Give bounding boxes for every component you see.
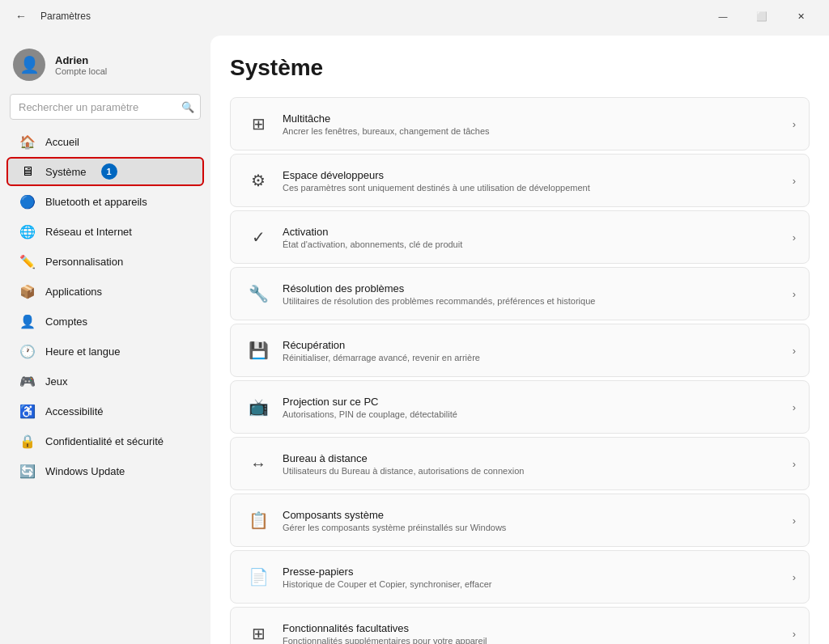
sidebar-item-label-reseau: Réseau et Internet bbox=[45, 226, 132, 238]
projection-icon: 📺 bbox=[244, 392, 273, 422]
projection-chevron-icon: › bbox=[793, 401, 796, 413]
sidebar-item-label-windows-update: Windows Update bbox=[45, 465, 125, 477]
setting-item-espace-developpeurs[interactable]: ⚙Espace développeursCes paramètres sont … bbox=[230, 154, 810, 207]
content-area: Système ⊞MultitâcheAncrer les fenêtres, … bbox=[210, 36, 829, 644]
recuperation-desc: Réinitialiser, démarrage avancé, revenir… bbox=[283, 353, 786, 362]
espace-developpeurs-chevron-icon: › bbox=[793, 175, 796, 187]
heure-icon: 🕐 bbox=[19, 343, 36, 359]
setting-item-projection[interactable]: 📺Projection sur ce PCAutorisations, PIN … bbox=[230, 380, 810, 434]
sidebar-item-jeux[interactable]: 🎮Jeux bbox=[6, 366, 204, 396]
sidebar-item-label-systeme: Système bbox=[45, 166, 87, 178]
setting-item-activation[interactable]: ✓ActivationÉtat d'activation, abonnement… bbox=[230, 210, 810, 264]
composants-desc: Gérer les composants système préinstallé… bbox=[283, 523, 786, 532]
sidebar-item-bluetooth[interactable]: 🔵Bluetooth et appareils bbox=[6, 187, 204, 216]
search-icon: 🔍 bbox=[181, 101, 194, 113]
sidebar-badge-systeme: 1 bbox=[101, 163, 117, 180]
bureau-distance-icon: ↔ bbox=[244, 449, 273, 478]
sidebar-item-label-personnalisation: Personnalisation bbox=[45, 256, 123, 268]
sidebar-item-reseau[interactable]: 🌐Réseau et Internet bbox=[6, 217, 204, 246]
setting-item-bureau-distance[interactable]: ↔Bureau à distanceUtilisateurs du Bureau… bbox=[230, 437, 810, 490]
systeme-icon: 🖥 bbox=[19, 163, 36, 180]
minimize-button[interactable]: — bbox=[704, 3, 742, 29]
presse-papiers-text: Presse-papiersHistorique de Couper et Co… bbox=[283, 566, 786, 589]
sidebar-item-label-confidentialite: Confidentialité et sécurité bbox=[45, 435, 164, 447]
maximize-button[interactable]: ⬜ bbox=[743, 3, 780, 29]
setting-item-resolution-problemes[interactable]: 🔧Résolution des problèmesUtilitaires de … bbox=[230, 267, 810, 320]
espace-developpeurs-desc: Ces paramètres sont uniquement destinés … bbox=[283, 183, 786, 193]
fonctionnalites-icon: ⊞ bbox=[244, 619, 273, 644]
user-info: Adrien Compte local bbox=[55, 54, 107, 76]
titlebar-title: Paramètres bbox=[40, 11, 91, 22]
search-input[interactable] bbox=[10, 94, 201, 120]
sidebar-item-label-jeux: Jeux bbox=[45, 375, 67, 388]
bluetooth-icon: 🔵 bbox=[19, 193, 36, 210]
page-title: Système bbox=[230, 55, 810, 81]
bureau-distance-title: Bureau à distance bbox=[283, 452, 786, 464]
settings-list: ⊞MultitâcheAncrer les fenêtres, bureaux,… bbox=[230, 97, 810, 644]
sidebar-item-confidentialite[interactable]: 🔒Confidentialité et sécurité bbox=[6, 426, 204, 455]
fonctionnalites-text: Fonctionnalités facultativesFonctionnali… bbox=[283, 622, 786, 645]
sidebar-item-comptes[interactable]: 👤Comptes bbox=[6, 307, 204, 336]
sidebar-item-applications[interactable]: 📦Applications bbox=[6, 277, 204, 306]
multitache-title: Multitâche bbox=[283, 112, 786, 125]
setting-item-multitache[interactable]: ⊞MultitâcheAncrer les fenêtres, bureaux,… bbox=[230, 97, 810, 150]
espace-developpeurs-title: Espace développeurs bbox=[283, 169, 786, 181]
multitache-desc: Ancrer les fenêtres, bureaux, changement… bbox=[283, 126, 786, 136]
sidebar-item-label-accueil: Accueil bbox=[45, 136, 79, 148]
multitache-icon: ⊞ bbox=[244, 109, 273, 138]
setting-item-composants[interactable]: 📋Composants systèmeGérer les composants … bbox=[230, 494, 810, 547]
applications-icon: 📦 bbox=[19, 283, 36, 299]
bureau-distance-text: Bureau à distanceUtilisateurs du Bureau … bbox=[283, 452, 786, 476]
activation-icon: ✓ bbox=[244, 222, 273, 252]
sidebar-item-label-comptes: Comptes bbox=[45, 316, 87, 328]
back-button[interactable]: ← bbox=[10, 5, 32, 28]
bureau-distance-chevron-icon: › bbox=[793, 458, 796, 470]
sidebar-item-label-accessibilite: Accessibilité bbox=[45, 405, 104, 417]
sidebar-item-personnalisation[interactable]: ✏️Personnalisation bbox=[6, 247, 204, 276]
sidebar-item-accueil[interactable]: 🏠Accueil bbox=[6, 127, 204, 156]
bureau-distance-desc: Utilisateurs du Bureau à distance, autor… bbox=[283, 466, 786, 476]
personnalisation-icon: ✏️ bbox=[19, 253, 36, 269]
espace-developpeurs-text: Espace développeursCes paramètres sont u… bbox=[283, 169, 786, 193]
accessibilite-icon: ♿ bbox=[19, 403, 36, 419]
resolution-problemes-text: Résolution des problèmesUtilitaires de r… bbox=[283, 282, 786, 306]
projection-text: Projection sur ce PCAutorisations, PIN d… bbox=[283, 396, 786, 419]
user-profile[interactable]: 👤 Adrien Compte local bbox=[0, 39, 210, 94]
sidebar-item-heure[interactable]: 🕐Heure et langue bbox=[6, 337, 204, 366]
recuperation-text: RécupérationRéinitialiser, démarrage ava… bbox=[283, 339, 786, 362]
setting-item-recuperation[interactable]: 💾RécupérationRéinitialiser, démarrage av… bbox=[230, 324, 810, 377]
sidebar-item-systeme[interactable]: 🖥Système1 bbox=[6, 157, 204, 186]
activation-title: Activation bbox=[283, 226, 786, 238]
activation-desc: État d'activation, abonnements, clé de p… bbox=[283, 239, 786, 249]
sidebar-item-label-applications: Applications bbox=[45, 286, 102, 298]
resolution-problemes-icon: 🔧 bbox=[244, 279, 273, 308]
sidebar: 👤 Adrien Compte local 🔍 🏠Accueil🖥Système… bbox=[0, 32, 210, 644]
composants-chevron-icon: › bbox=[793, 515, 796, 527]
recuperation-title: Récupération bbox=[283, 339, 786, 351]
comptes-icon: 👤 bbox=[19, 313, 36, 329]
setting-item-presse-papiers[interactable]: 📄Presse-papiersHistorique de Couper et C… bbox=[230, 550, 810, 604]
multitache-chevron-icon: › bbox=[793, 118, 796, 130]
user-name: Adrien bbox=[55, 54, 107, 66]
multitache-text: MultitâcheAncrer les fenêtres, bureaux, … bbox=[283, 112, 786, 136]
sidebar-item-label-bluetooth: Bluetooth et appareils bbox=[45, 196, 147, 208]
projection-title: Projection sur ce PC bbox=[283, 396, 786, 408]
sidebar-item-label-heure: Heure et langue bbox=[45, 345, 121, 358]
presse-papiers-title: Presse-papiers bbox=[283, 566, 786, 578]
composants-text: Composants systèmeGérer les composants s… bbox=[283, 509, 786, 532]
fonctionnalites-chevron-icon: › bbox=[793, 628, 796, 640]
setting-item-fonctionnalites[interactable]: ⊞Fonctionnalités facultativesFonctionnal… bbox=[230, 607, 810, 644]
sidebar-item-windows-update[interactable]: 🔄Windows Update bbox=[6, 456, 204, 485]
presse-papiers-chevron-icon: › bbox=[793, 571, 796, 583]
recuperation-chevron-icon: › bbox=[793, 345, 796, 357]
fonctionnalites-desc: Fonctionnalités supplémentaires pour vot… bbox=[283, 636, 786, 645]
sidebar-item-accessibilite[interactable]: ♿Accessibilité bbox=[6, 396, 204, 426]
presse-papiers-icon: 📄 bbox=[244, 562, 273, 591]
avatar: 👤 bbox=[13, 49, 45, 81]
composants-title: Composants système bbox=[283, 509, 786, 521]
composants-icon: 📋 bbox=[244, 506, 273, 535]
main-layout: 👤 Adrien Compte local 🔍 🏠Accueil🖥Système… bbox=[0, 32, 829, 644]
projection-desc: Autorisations, PIN de couplage, détectab… bbox=[283, 409, 786, 419]
close-button[interactable]: ✕ bbox=[782, 3, 819, 29]
jeux-icon: 🎮 bbox=[19, 373, 36, 389]
